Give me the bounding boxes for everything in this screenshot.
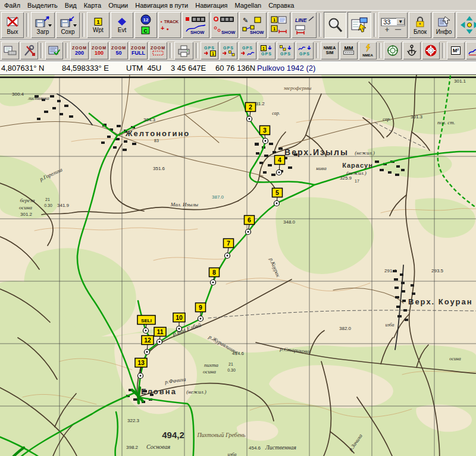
- zoom-level-dropdown-icon[interactable]: ▼: [396, 18, 405, 25]
- menu-item-7[interactable]: Magellan: [232, 1, 266, 10]
- svg-text:12: 12: [144, 337, 151, 344]
- track-points-show-button[interactable]: SHOW: [211, 12, 238, 38]
- gps-download-waypoints-button[interactable]: 1GPS: [258, 42, 275, 59]
- nmea-sim-button[interactable]: NMEASIM: [321, 42, 339, 59]
- event-button[interactable]: Evt: [111, 12, 133, 38]
- gps-upload-route-button[interactable]: GPS: [220, 42, 237, 59]
- toolbar-separator: [65, 43, 68, 58]
- profile-button[interactable]: [466, 42, 476, 59]
- line-tool-button[interactable]: LINE: [292, 12, 317, 38]
- toolbar-separator: [316, 43, 318, 58]
- svg-text:SHOW: SHOW: [190, 30, 205, 35]
- load-button[interactable]: Загр: [31, 12, 55, 38]
- map-label: 293.5: [431, 268, 444, 273]
- toolbar-separator: [442, 43, 444, 58]
- menu-item-0[interactable]: Файл: [1, 1, 24, 10]
- waypoint-list-button[interactable]: 11: [268, 12, 290, 38]
- comment-count-button[interactable]: 12C: [134, 12, 157, 38]
- waypoint-button[interactable]: 1Wpt: [87, 12, 109, 38]
- svg-text:1: 1: [96, 19, 99, 25]
- gps-download-track-button[interactable]: GPS: [296, 42, 314, 59]
- map-canvas[interactable]: Желтоногино83Верх.Изылы(нежил.)Карасун(н…: [0, 75, 476, 456]
- zoom-200-button[interactable]: ZOOM200: [70, 42, 89, 59]
- map-label: 398.2: [126, 445, 139, 450]
- village-block: [50, 95, 54, 98]
- map-pointer-button[interactable]: [347, 12, 371, 38]
- svg-text:9: 9: [199, 304, 202, 311]
- map-label: (нежил.): [186, 389, 206, 395]
- zoom-out-icon[interactable]: —: [395, 27, 401, 33]
- area-button[interactable]: M²: [447, 42, 465, 59]
- waypoint-icon: 1: [92, 17, 104, 26]
- map-label: Еловна: [141, 387, 177, 396]
- status-field-3: 3 45 647E: [171, 64, 206, 73]
- village-block: [411, 284, 414, 287]
- tools-button[interactable]: [20, 42, 38, 59]
- map-ruler-button[interactable]: [1, 42, 19, 59]
- map-label: 351.6: [153, 166, 165, 171]
- event-diamond-icon: [117, 17, 127, 26]
- zoom-window-button[interactable]: ZOOM: [149, 42, 167, 59]
- map-label: 21: [45, 197, 50, 202]
- map-label: осина: [19, 205, 32, 210]
- map-label: 322.3: [127, 418, 140, 423]
- gps-download-route-button[interactable]: GPS: [277, 42, 295, 59]
- gps-upload-waypoints-button[interactable]: GPS1: [201, 42, 218, 59]
- moving-map-button[interactable]: MM: [340, 42, 358, 59]
- village-block: [44, 111, 48, 113]
- exit-map-icon: [5, 15, 20, 28]
- map-label: Лиственная: [265, 444, 296, 451]
- exit-button[interactable]: Вых: [1, 12, 24, 38]
- zoom-text-icon: ZOOM50: [111, 45, 126, 56]
- pan-control[interactable]: ✕: [456, 12, 476, 38]
- menu-item-6[interactable]: Навигация: [192, 1, 231, 10]
- zoom-tool-button[interactable]: [324, 12, 346, 38]
- zoom-window-icon: ZOOM: [151, 45, 165, 56]
- print-button[interactable]: [174, 42, 193, 59]
- gps-upload-track-button[interactable]: GPS: [239, 42, 256, 59]
- toolbar-separator: [170, 43, 172, 58]
- menu-bar: ФайлВыделитьВидКартаОпцииНавигация в пут…: [0, 0, 476, 10]
- track-record-control[interactable]: ▪ TRACK+ ●: [158, 12, 181, 38]
- tools-icon: [22, 44, 36, 57]
- map-label: 304.3: [143, 117, 156, 122]
- man-overboard-button[interactable]: [422, 42, 440, 59]
- menu-item-4[interactable]: Опции: [105, 1, 132, 10]
- save-button[interactable]: Сохр: [56, 12, 80, 38]
- route-show-button[interactable]: ✎SHOW: [239, 12, 267, 38]
- toolbar-separator: [82, 13, 84, 37]
- village-block: [395, 296, 399, 298]
- zoom-50-button[interactable]: ZOOM50: [109, 42, 128, 59]
- menu-item-3[interactable]: Карта: [81, 1, 105, 10]
- zoom-100-button[interactable]: ZOOM100: [90, 42, 108, 59]
- lock-button[interactable]: Блок: [409, 12, 431, 38]
- village-block: [123, 149, 127, 151]
- track-show-button[interactable]: SHOW: [182, 12, 209, 38]
- zoom-text-icon: ZOOM100: [92, 45, 107, 56]
- map-label: 0.30: [227, 368, 236, 372]
- village-block: [264, 155, 268, 157]
- zoom-level-control[interactable]: 33▼+—: [378, 12, 408, 38]
- menu-item-8[interactable]: Справка: [265, 1, 298, 10]
- menu-item-2[interactable]: Вид: [62, 1, 81, 10]
- lock-button-label: Блок: [414, 29, 427, 35]
- position-button[interactable]: [384, 42, 402, 59]
- village-block: [52, 107, 56, 109]
- zoom-level-value[interactable]: 33: [381, 18, 396, 26]
- zoom-in-icon[interactable]: +: [385, 27, 389, 33]
- zoom-full-button[interactable]: ZOOMFULL: [129, 42, 148, 59]
- village-block: [401, 169, 405, 171]
- menu-item-1[interactable]: Выделить: [24, 1, 62, 10]
- village-block: [394, 278, 398, 281]
- nmea-button[interactable]: NMEA: [359, 42, 377, 59]
- menu-item-5[interactable]: Навигация в пути: [132, 1, 192, 10]
- map-label: Верх. Коуран (нежил.: [408, 297, 476, 306]
- info-icon: [437, 15, 451, 28]
- map-properties-button[interactable]: [45, 42, 63, 59]
- info-button[interactable]: Инфо: [433, 12, 455, 38]
- area-m2-icon: M²: [451, 46, 461, 55]
- map-label: пол. ст.: [437, 119, 455, 125]
- position-target-icon: [387, 45, 399, 56]
- map-label: листвянка: [27, 96, 49, 101]
- anchor-button[interactable]: [403, 42, 421, 59]
